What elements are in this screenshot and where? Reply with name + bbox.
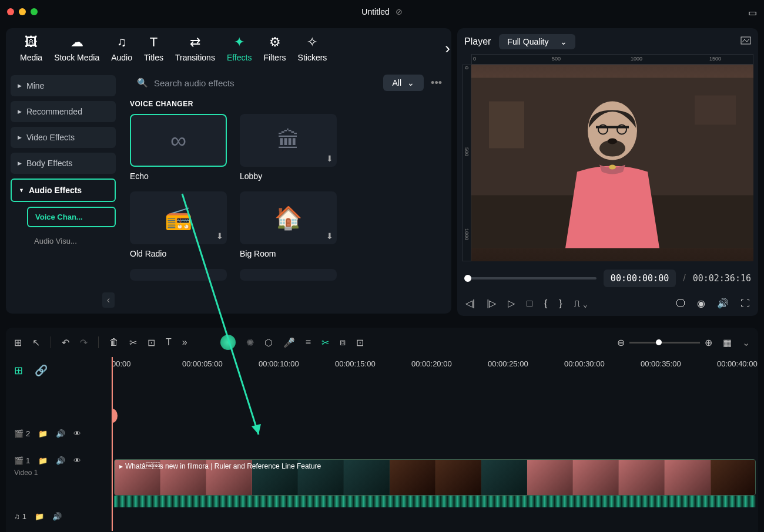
filter-dropdown[interactable]: All⌄ (383, 75, 424, 91)
download-icon[interactable]: ⬇ (216, 231, 223, 241)
folder-icon[interactable]: 📁 (38, 456, 48, 465)
scrub-handle[interactable] (464, 275, 471, 282)
select-tool-icon[interactable]: ↖ (32, 337, 40, 348)
snapshot-icon[interactable] (740, 36, 751, 47)
link-icon[interactable]: ⧈ (340, 337, 346, 348)
mute-icon[interactable]: 🔊 (56, 456, 65, 465)
video-preview[interactable] (471, 65, 753, 261)
camera-icon[interactable]: ◉ (697, 298, 705, 309)
effect-old-radio[interactable]: 📻⬇ Old Radio (130, 191, 227, 258)
crop-button[interactable]: ⊡ (148, 337, 155, 348)
tabs-scroll-right[interactable]: › (445, 39, 450, 58)
scrub-bar[interactable] (464, 277, 597, 280)
tab-filters[interactable]: ⚙Filters (260, 35, 289, 62)
ai-button[interactable] (220, 335, 236, 350)
track-header-video2[interactable]: 🎬2 📁 🔊 👁 (6, 411, 111, 456)
duration: 00:02:36:16 (693, 273, 751, 284)
video-clip[interactable]: ▸Whatâs new in filmora | Ruler and Ref… (114, 459, 756, 496)
tab-effects[interactable]: ✦Effects (223, 35, 256, 62)
playhead[interactable] (112, 357, 113, 531)
redo-button[interactable]: ↷ (80, 337, 88, 348)
delete-button[interactable]: 🗑 (109, 337, 119, 348)
main-tabs: 🖼Media ☁Stock Media ♫Audio TTitles ⇄Tran… (6, 28, 451, 68)
tab-stock-media[interactable]: ☁Stock Media (51, 35, 103, 62)
display-mode-icon[interactable]: ▭ (748, 7, 757, 18)
tab-audio[interactable]: ♫Audio (108, 35, 136, 62)
zoom-handle[interactable] (656, 339, 662, 345)
effects-sidebar: ▶Mine ▶Recommended ▶Video Effects ▶Body … (6, 68, 120, 314)
timeline-tracks[interactable]: 00:00 00:00:05:00 00:00:10:00 00:00:15:0… (112, 357, 758, 531)
sidebar-item-recommended[interactable]: ▶Recommended (11, 101, 116, 122)
timeline-ruler[interactable]: 00:00 00:00:05:00 00:00:10:00 00:00:15:0… (112, 357, 758, 384)
tab-stickers[interactable]: ✧Stickers (294, 35, 331, 62)
minimize-window[interactable] (19, 8, 26, 15)
stop-button[interactable]: □ (527, 298, 532, 309)
next-frame-button[interactable]: |▷ (487, 298, 496, 309)
download-icon[interactable]: ⬇ (326, 154, 333, 163)
effect-extra-1[interactable] (130, 269, 227, 281)
folder-icon[interactable]: 📁 (35, 512, 44, 521)
chevron-down-icon[interactable]: ⌄ (742, 337, 750, 348)
sparkle-icon: ✦ (234, 35, 244, 50)
undo-button[interactable]: ↶ (62, 337, 69, 348)
sidebar-subitem-audio-visualizer[interactable]: Audio Visu... (27, 232, 116, 250)
building-icon: 🏛 (277, 128, 300, 153)
volume-icon[interactable]: 🔊 (717, 298, 729, 309)
play-button[interactable]: ▷ (508, 298, 515, 309)
split-button[interactable]: ✂ (129, 337, 137, 348)
video-track-1[interactable]: ▸Whatâs new in filmora | Ruler and Ref… (112, 457, 758, 503)
maximize-window[interactable] (31, 8, 38, 15)
fit-icon[interactable]: ⊡ (356, 337, 364, 348)
sidebar-item-body-effects[interactable]: ▶Body Effects (11, 153, 116, 174)
tab-transitions[interactable]: ⇄Transitions (172, 35, 219, 62)
mute-icon[interactable]: 🔊 (52, 512, 62, 521)
mic-icon[interactable]: 🎤 (283, 337, 295, 348)
effect-lobby[interactable]: 🏛⬇ Lobby (240, 114, 337, 181)
sidebar-item-mine[interactable]: ▶Mine (11, 75, 116, 96)
sidebar-item-video-effects[interactable]: ▶Video Effects (11, 127, 116, 148)
shield-icon[interactable]: ⬡ (264, 337, 273, 348)
layout-icon[interactable]: ⊞ (14, 337, 22, 348)
sidebar-item-audio-effects[interactable]: ▼Audio Effects (11, 179, 116, 202)
svg-rect-3 (489, 102, 524, 149)
list-icon[interactable]: ≡ (306, 337, 311, 348)
text-button[interactable]: T (166, 337, 172, 348)
prev-frame-button[interactable]: ◁| (465, 298, 475, 309)
folder-icon[interactable]: 📁 (38, 429, 48, 438)
fullscreen-icon[interactable]: ⛶ (740, 298, 750, 309)
marker-icon[interactable]: ⎍ ⌄ (574, 298, 588, 309)
effect-extra-2[interactable] (240, 269, 337, 281)
visibility-icon[interactable]: 👁 (73, 429, 81, 438)
zoom-slider[interactable] (629, 342, 700, 344)
close-window[interactable] (7, 8, 14, 15)
more-options-icon[interactable]: ••• (431, 77, 442, 89)
zoom-in-button[interactable]: ⊕ (705, 337, 712, 348)
vertical-ruler: 05001000 (462, 65, 471, 261)
mark-in-icon[interactable]: { (544, 298, 547, 309)
download-icon[interactable]: ⬇ (326, 231, 333, 241)
screen-icon[interactable]: 🖵 (676, 298, 685, 309)
mute-icon[interactable]: 🔊 (56, 429, 65, 438)
gear2-icon[interactable]: ✺ (246, 337, 254, 348)
effect-big-room[interactable]: 🏠⬇ Big Room (240, 191, 337, 258)
sidebar-subitem-voice-changer[interactable]: Voice Chan... (27, 207, 116, 227)
tab-titles[interactable]: TTitles (140, 35, 167, 62)
zoom-out-button[interactable]: ⊖ (617, 337, 625, 348)
playback-controls: ◁| |▷ ▷ □ { } ⎍ ⌄ 🖵 ◉ 🔊 ⛶ (462, 295, 753, 311)
mark-out-icon[interactable]: } (559, 298, 562, 309)
tab-media[interactable]: 🖼Media (16, 35, 46, 62)
visibility-icon[interactable]: 👁 (73, 456, 81, 465)
effect-echo[interactable]: ∞ Echo (130, 114, 227, 181)
quality-dropdown[interactable]: Full Quality⌄ (499, 34, 575, 49)
link-tracks-icon[interactable]: 🔗 (35, 364, 48, 377)
track-header-video1[interactable]: 🎬1 📁 🔊 👁 Video 1 (6, 456, 111, 501)
more-tools-icon[interactable]: » (182, 337, 187, 348)
cut-marker-icon[interactable]: ✂ (321, 337, 329, 348)
search-input[interactable]: 🔍Search audio effects (130, 74, 376, 92)
add-track-icon[interactable]: ⊞ (14, 364, 23, 377)
track-header-audio1[interactable]: ♫1 📁 🔊 (6, 501, 111, 531)
collapse-sidebar-button[interactable]: ‹ (102, 292, 115, 308)
track-view-icon[interactable]: ▦ (723, 337, 732, 348)
svg-point-10 (608, 139, 617, 144)
title-bar: Untitled ⊘ ▭ (0, 0, 764, 23)
